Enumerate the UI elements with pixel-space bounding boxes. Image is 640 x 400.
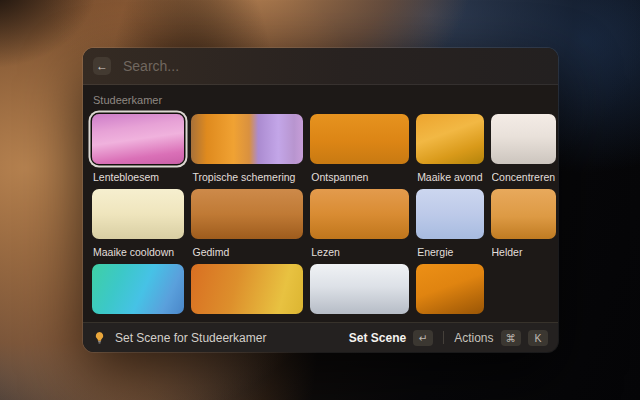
scene-cell: Helder xyxy=(491,189,557,262)
section-title: Studeerkamer xyxy=(93,94,548,106)
scene-tile[interactable] xyxy=(310,189,409,239)
scene-label: Tropische schemering xyxy=(192,171,302,183)
scene-cell: Ontspannen xyxy=(310,114,409,187)
scene-tile[interactable] xyxy=(191,189,303,239)
search-bar: ← xyxy=(83,48,558,85)
scene-label: Energie xyxy=(417,246,482,258)
scene-cell: Arctische dageraad xyxy=(92,264,184,322)
scene-tile[interactable] xyxy=(92,114,184,164)
scene-label: Concentreren xyxy=(492,171,556,183)
scene-tile[interactable] xyxy=(491,114,557,164)
scene-cell: Concentreren xyxy=(491,114,557,187)
scene-cell: Gedimd xyxy=(191,189,303,262)
scene-label: Maaike cooldown xyxy=(93,246,183,258)
scene-cell: Tropische schemering xyxy=(191,114,303,187)
back-arrow-icon: ← xyxy=(96,60,108,72)
action-bar: Set Scene for Studeerkamer Set Scene ↵ A… xyxy=(83,322,558,352)
set-scene-button[interactable]: Set Scene xyxy=(349,331,406,345)
scene-tile[interactable] xyxy=(310,114,409,164)
scene-cell: Maaike cooldown xyxy=(92,189,184,262)
scene-label: Lentebloesem xyxy=(93,171,183,183)
scene-cell: Lezen xyxy=(310,189,409,262)
scene-tile[interactable] xyxy=(310,264,409,314)
enter-key-badge: ↵ xyxy=(413,330,433,346)
scene-tile[interactable] xyxy=(416,264,483,314)
scene-cell: Lentebloesem xyxy=(92,114,184,187)
scene-tile[interactable] xyxy=(191,264,303,314)
scene-cell: Nachtlampje xyxy=(416,264,483,322)
scene-tile[interactable] xyxy=(92,264,184,314)
k-key-badge: K xyxy=(528,330,548,346)
back-button[interactable]: ← xyxy=(93,57,111,75)
search-input[interactable] xyxy=(121,57,548,75)
scene-picker-window: ← Studeerkamer Lentebloesem Tropische sc… xyxy=(83,48,558,352)
action-bar-right: Set Scene ↵ Actions ⌘ K xyxy=(349,330,548,346)
scene-cell: Savanne zonsonderg… xyxy=(191,264,303,322)
command-key-badge: ⌘ xyxy=(501,330,522,346)
status-hint: Set Scene for Studeerkamer xyxy=(115,331,266,345)
scene-grid: Lentebloesem Tropische schemering Ontspa… xyxy=(92,114,549,322)
scene-label: Maaike avond xyxy=(417,171,482,183)
footer-divider xyxy=(443,331,444,344)
scene-tile[interactable] xyxy=(491,189,557,239)
scene-label: Helder xyxy=(492,246,556,258)
scene-label: Lezen xyxy=(311,246,408,258)
scene-tile[interactable] xyxy=(191,114,303,164)
scene-label: Gedimd xyxy=(192,246,302,258)
actions-button[interactable]: Actions xyxy=(454,331,493,345)
lightbulb-icon xyxy=(93,331,106,344)
scene-cell: Maaike avond xyxy=(416,114,483,187)
scene-tile[interactable] xyxy=(416,114,483,164)
scene-cell: Energie xyxy=(416,189,483,262)
scene-tile[interactable] xyxy=(416,189,483,239)
scene-cell: Maaike aan het werk xyxy=(310,264,409,322)
scene-list-area: Studeerkamer Lentebloesem Tropische sche… xyxy=(83,85,558,322)
scene-tile[interactable] xyxy=(92,189,184,239)
action-bar-left: Set Scene for Studeerkamer xyxy=(93,331,341,345)
scene-label: Ontspannen xyxy=(311,171,408,183)
